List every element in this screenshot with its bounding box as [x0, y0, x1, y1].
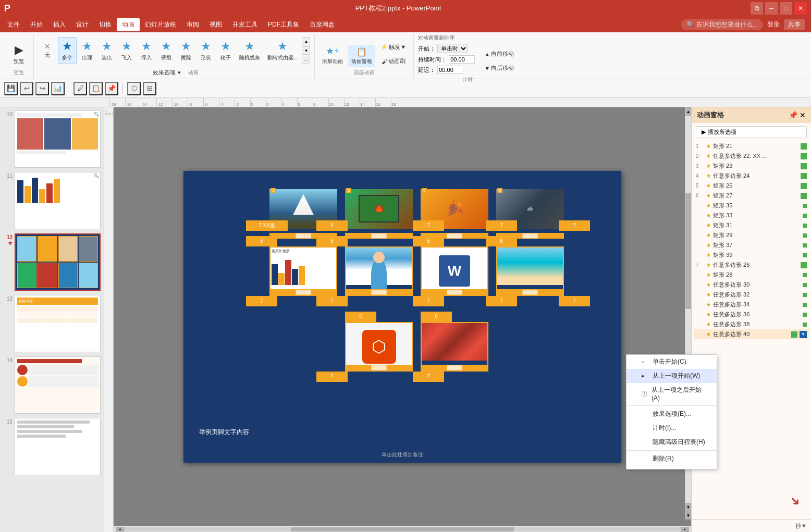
- preview-btn[interactable]: ▶ 预览: [8, 41, 29, 67]
- scroll-down2-btn[interactable]: ▼: [685, 511, 691, 519]
- menu-pdf[interactable]: PDF工具集: [263, 18, 304, 31]
- anim-fly-btn[interactable]: ★ 飞入: [117, 38, 136, 64]
- anim-item-3[interactable]: 3 ★ 矩形 23: [694, 161, 809, 171]
- scroll-up-btn[interactable]: ▲: [302, 37, 310, 45]
- hscroll-thumb[interactable]: [291, 527, 513, 531]
- anim-wipe-btn[interactable]: ★ 擦除: [177, 38, 195, 64]
- scroll-more-btn[interactable]: ⋯: [302, 56, 310, 64]
- photo-1[interactable]: 1 ▓▓▓▓▓: [269, 189, 337, 239]
- menu-view[interactable]: 视图: [204, 18, 227, 31]
- slide-item-15[interactable]: 15: [2, 417, 102, 476]
- ctx-delete[interactable]: 删除(R): [626, 452, 717, 466]
- anim-item-19[interactable]: ★ 任意多边形 38: [694, 319, 809, 329]
- anim-split-btn[interactable]: ★ 劈裂: [157, 38, 176, 64]
- photo-beach[interactable]: ▓▓▓▓▓: [496, 246, 564, 296]
- menu-dev[interactable]: 开发工具: [227, 18, 263, 31]
- ctx-after-prev[interactable]: 🕐 从上一项之后开始(A): [626, 383, 717, 404]
- slide-item-10[interactable]: 10 🔍: [2, 109, 102, 169]
- slide-canvas[interactable]: 1 ▓▓▓▓▓ 3 🍁 ▓▓▓▓▓ 5: [183, 171, 621, 463]
- hscroll-left[interactable]: ◂: [116, 527, 124, 532]
- photo-chart[interactable]: 美景长相册 ▓▓▓▓▓: [269, 246, 337, 296]
- anim-item-11[interactable]: ★ 矩形 37: [694, 240, 809, 250]
- anim-item-2[interactable]: 2 ★ 任意多边形 22: XX ...: [694, 151, 809, 161]
- slide-item-11[interactable]: 11 🔍: [2, 171, 102, 230]
- ctx-click-start[interactable]: ○ 单击开始(C): [626, 355, 717, 369]
- maximize-btn[interactable]: □: [780, 2, 792, 15]
- photo-3[interactable]: 3 🍁 ▓▓▓▓▓: [345, 189, 413, 239]
- scroll-down-btn[interactable]: ▼: [302, 46, 310, 55]
- slide-thumb-12[interactable]: [15, 233, 101, 291]
- photo-word[interactable]: W ▓▓▓▓▓: [421, 246, 488, 296]
- ctx-timing[interactable]: 计时(I)...: [626, 421, 717, 435]
- menu-transition[interactable]: 切换: [94, 18, 117, 31]
- menu-slideshow[interactable]: 幻灯片放映: [140, 18, 181, 31]
- slide-item-14[interactable]: 14: [2, 355, 102, 415]
- slide-thumb-14[interactable]: [15, 356, 101, 414]
- scroll-up-btn[interactable]: ▲: [685, 107, 691, 116]
- menu-design[interactable]: 设计: [71, 18, 94, 31]
- anim-dropdown-20[interactable]: ▼: [800, 331, 807, 338]
- trigger-btn[interactable]: ⚡ 触发▼: [377, 41, 409, 53]
- h-scrollbar[interactable]: ◂ ▸: [114, 526, 691, 532]
- undo-btn[interactable]: ↩: [20, 82, 33, 95]
- photo-office[interactable]: ⬡ ▓▓▓▓▓: [345, 322, 413, 372]
- anim-item-8[interactable]: ★ 矩形 33: [694, 211, 809, 220]
- anim-item-6[interactable]: 6 ★ 矩形 27: [694, 191, 809, 201]
- present-btn[interactable]: 📊: [51, 82, 65, 95]
- anim-panel-pin[interactable]: 📌: [789, 111, 797, 119]
- menu-animation[interactable]: 动画: [117, 18, 140, 31]
- anim-multiple-btn[interactable]: ★ 多个: [58, 37, 77, 64]
- slide-item-13[interactable]: 13 表格内容: [2, 294, 102, 353]
- menu-review[interactable]: 审阅: [181, 18, 204, 31]
- redo-btn[interactable]: ↪: [35, 82, 49, 95]
- anim-fade-btn[interactable]: ★ 淡出: [97, 38, 116, 64]
- anim-item-18[interactable]: ★ 任意多边形 36: [694, 310, 809, 319]
- duration-input[interactable]: [449, 55, 475, 64]
- move-forward-btn[interactable]: ▲ 向前移动: [481, 48, 517, 60]
- menu-home[interactable]: 开始: [25, 18, 48, 31]
- close-btn[interactable]: ✕: [794, 2, 807, 15]
- paste-btn[interactable]: 📌: [105, 82, 118, 95]
- slide-item-12[interactable]: 12★: [2, 232, 102, 292]
- anim-item-1[interactable]: 1 ★ 矩形 21: [694, 141, 809, 151]
- menu-insert[interactable]: 插入: [48, 18, 71, 31]
- photo-red[interactable]: ▓▓▓▓▓: [421, 322, 488, 372]
- ctx-hide-advanced[interactable]: 隐藏高级日程表(H): [626, 435, 717, 449]
- photo-6a[interactable]: 6 🏙 ▓▓▓▓▓: [496, 189, 564, 239]
- slide-thumb-15[interactable]: [15, 418, 101, 475]
- anim-item-20[interactable]: ★ 任意多边形 40 ▼: [694, 329, 809, 339]
- effect-options-btn[interactable]: 效果选项 ▾: [150, 67, 184, 79]
- scroll-thumb[interactable]: [685, 193, 691, 310]
- search-box[interactable]: 🔍 告诉我您想要做什么...: [681, 19, 763, 30]
- anim-item-7[interactable]: ★ 矩形 35: [694, 201, 809, 211]
- copy-btn[interactable]: 📋: [89, 82, 103, 95]
- anim-item-14[interactable]: ★ 矩形 28: [694, 270, 809, 280]
- share-label[interactable]: 共享: [784, 19, 805, 30]
- login-label[interactable]: 登录: [767, 20, 780, 29]
- hscroll-right[interactable]: ▸: [681, 527, 689, 532]
- anim-item-15[interactable]: ★ 任意多边形 30: [694, 280, 809, 290]
- ctx-effect-options[interactable]: 效果选项(E)...: [626, 407, 717, 421]
- zoom-label[interactable]: 秒▼: [795, 522, 807, 530]
- anim-item-16[interactable]: ★ 任意多边形 32: [694, 290, 809, 300]
- restore-btn[interactable]: ⧉: [751, 2, 763, 15]
- anim-item-17[interactable]: ★ 任意多边形 34: [694, 300, 809, 310]
- anim-shape-btn[interactable]: ★ 形状: [196, 38, 215, 64]
- shapes-btn[interactable]: ⬡: [127, 82, 141, 95]
- anim-random-btn[interactable]: ★ 随机线条: [236, 38, 263, 64]
- anim-appear-btn[interactable]: ★ 出现: [78, 38, 96, 64]
- anim-painter-btn[interactable]: 🖌 动画刷: [377, 55, 409, 67]
- slide-thumb-13[interactable]: 表格内容: [15, 295, 101, 352]
- anim-flip-btn[interactable]: ★ 翻转式由远...: [264, 38, 301, 64]
- start-select[interactable]: 单击时: [437, 44, 468, 53]
- anim-item-10[interactable]: ★ 矩形 29: [694, 230, 809, 240]
- anim-pane-btn[interactable]: 📋 动画窗格: [348, 45, 375, 67]
- arrange-btn[interactable]: ⊞: [143, 82, 156, 95]
- scroll-down-btn[interactable]: ▼: [685, 503, 691, 511]
- anim-none-btn[interactable]: ✕ 无: [38, 40, 57, 61]
- photo-doctor[interactable]: ▓▓▓▓▓: [345, 246, 413, 296]
- slide-thumb-11[interactable]: 🔍: [15, 172, 101, 229]
- anim-float-btn[interactable]: ★ 浮入: [137, 38, 156, 64]
- format-btn[interactable]: 🖊: [73, 82, 87, 95]
- minimize-btn[interactable]: ─: [765, 2, 778, 15]
